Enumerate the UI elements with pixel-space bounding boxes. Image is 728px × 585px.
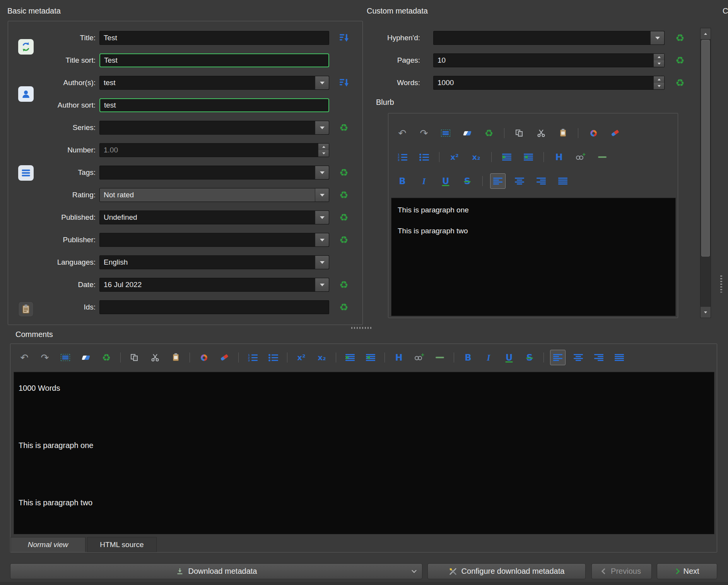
manage-authors-button[interactable] xyxy=(18,86,34,102)
pages-spinner[interactable]: 10 xyxy=(433,53,665,67)
hyphend-combo[interactable] xyxy=(433,31,665,45)
copy-icon[interactable] xyxy=(512,125,527,141)
horizontal-rule-icon[interactable] xyxy=(432,350,448,365)
italic-icon[interactable]: I xyxy=(481,350,496,365)
eraser-icon[interactable] xyxy=(460,125,475,141)
cut-icon[interactable] xyxy=(147,350,163,365)
scrollbar-track[interactable] xyxy=(701,39,711,307)
ordered-list-icon[interactable]: 123 xyxy=(395,149,410,165)
spin-down-icon[interactable] xyxy=(654,83,664,89)
ordered-list-icon[interactable]: 123 xyxy=(245,350,260,365)
authors-combo[interactable]: test xyxy=(99,76,329,90)
heading-icon[interactable]: H xyxy=(551,149,567,165)
chevron-down-icon[interactable] xyxy=(315,278,329,291)
undo-icon[interactable]: ↶ xyxy=(395,125,410,141)
copy-icon[interactable] xyxy=(127,350,142,365)
clear-series-button[interactable]: ♻ xyxy=(337,120,351,135)
clear-hyphend-button[interactable]: ♻ xyxy=(673,31,687,45)
align-center-icon[interactable] xyxy=(571,350,586,365)
chevron-down-icon[interactable] xyxy=(650,31,664,44)
subscript-icon[interactable]: x₂ xyxy=(468,149,484,165)
configure-download-metadata-button[interactable]: Configure download metadata xyxy=(427,563,586,579)
spin-up-icon[interactable] xyxy=(654,54,664,60)
paste-icon[interactable] xyxy=(168,350,183,365)
chevron-down-icon[interactable] xyxy=(315,233,329,246)
spin-up-icon[interactable] xyxy=(654,76,664,83)
align-right-icon[interactable] xyxy=(533,173,549,189)
spin-down-icon[interactable] xyxy=(654,60,664,67)
tag-editor-button[interactable] xyxy=(18,165,34,181)
indent-icon[interactable] xyxy=(342,350,358,365)
align-left-icon[interactable] xyxy=(550,350,566,365)
chevron-down-icon[interactable] xyxy=(315,188,329,202)
auto-author-sort-button[interactable] xyxy=(337,75,351,90)
published-combo[interactable]: Undefined xyxy=(99,210,329,224)
redo-icon[interactable]: ↷ xyxy=(37,350,53,365)
paste-identifier-button[interactable] xyxy=(18,301,34,317)
clean-formatting-icon[interactable]: ♻ xyxy=(481,125,497,141)
vertical-splitter-handle[interactable] xyxy=(720,275,722,292)
comments-editor-area[interactable]: 1000 WordsThis is paragraph oneThis is p… xyxy=(14,372,714,534)
insert-link-icon[interactable]: + xyxy=(412,350,427,365)
clear-words-button[interactable]: ♻ xyxy=(673,75,687,90)
series-number-spinner[interactable]: 1.00 xyxy=(99,143,329,157)
format-brush-icon[interactable] xyxy=(607,125,623,141)
fill-color-icon[interactable] xyxy=(196,350,212,365)
languages-combo[interactable]: English xyxy=(99,255,329,269)
clear-published-button[interactable]: ♻ xyxy=(337,210,351,225)
previous-button[interactable]: Previous xyxy=(591,563,652,579)
chevron-down-icon[interactable] xyxy=(315,121,329,134)
align-right-icon[interactable] xyxy=(591,350,607,365)
scroll-up-icon[interactable] xyxy=(701,28,711,39)
chevron-down-icon[interactable] xyxy=(412,568,417,573)
eraser-icon[interactable] xyxy=(78,350,94,365)
series-combo[interactable] xyxy=(99,121,329,135)
italic-icon[interactable]: I xyxy=(416,173,432,189)
bullet-list-icon[interactable] xyxy=(265,350,281,365)
format-brush-icon[interactable] xyxy=(217,350,232,365)
next-button[interactable]: Next xyxy=(657,563,717,579)
superscript-icon[interactable]: x² xyxy=(294,350,309,365)
paste-icon[interactable] xyxy=(555,125,571,141)
tab-html-source[interactable]: HTML source xyxy=(87,537,157,552)
strikethrough-icon[interactable]: S xyxy=(522,350,537,365)
horizontal-splitter-handle[interactable] xyxy=(351,327,373,329)
heading-icon[interactable]: H xyxy=(391,350,407,365)
ids-input[interactable] xyxy=(99,300,329,314)
horizontal-rule-icon[interactable] xyxy=(595,149,610,165)
download-metadata-button[interactable]: Download metadata xyxy=(10,563,422,579)
chevron-down-icon[interactable] xyxy=(315,211,329,224)
title-input[interactable] xyxy=(99,31,329,45)
strikethrough-icon[interactable]: S xyxy=(460,173,475,189)
clear-ids-button[interactable]: ♻ xyxy=(337,300,351,315)
bold-icon[interactable]: B xyxy=(460,350,476,365)
underline-icon[interactable]: U xyxy=(501,350,517,365)
redo-icon[interactable]: ↷ xyxy=(416,125,432,141)
outdent-icon[interactable] xyxy=(521,149,536,165)
cut-icon[interactable] xyxy=(533,125,549,141)
subscript-icon[interactable]: x₂ xyxy=(314,350,330,365)
bullet-list-icon[interactable] xyxy=(416,149,432,165)
scroll-down-icon[interactable] xyxy=(701,307,711,318)
underline-icon[interactable]: U xyxy=(438,173,453,189)
chevron-down-icon[interactable] xyxy=(315,166,329,179)
title-sort-input[interactable] xyxy=(99,53,329,67)
clear-tags-button[interactable]: ♻ xyxy=(337,165,351,180)
outdent-icon[interactable] xyxy=(363,350,378,365)
align-justify-icon[interactable] xyxy=(612,350,627,365)
auto-title-sort-button[interactable] xyxy=(337,31,351,45)
tags-combo[interactable] xyxy=(99,166,329,180)
clear-date-button[interactable]: ♻ xyxy=(337,277,351,292)
clear-pages-button[interactable]: ♻ xyxy=(673,53,687,68)
date-combo[interactable]: 16 Jul 2022 xyxy=(99,278,329,292)
clean-formatting-icon[interactable]: ♻ xyxy=(99,350,114,365)
align-justify-icon[interactable] xyxy=(555,173,571,189)
scrollbar-thumb[interactable] xyxy=(701,40,710,257)
blurb-editor-area[interactable]: This is paragraph oneThis is paragraph t… xyxy=(391,198,676,316)
clear-publisher-button[interactable]: ♻ xyxy=(337,233,351,247)
chevron-down-icon[interactable] xyxy=(315,76,329,89)
undo-icon[interactable]: ↶ xyxy=(17,350,32,365)
align-center-icon[interactable] xyxy=(512,173,527,189)
select-all-icon[interactable] xyxy=(58,350,73,365)
insert-link-icon[interactable]: + xyxy=(573,149,588,165)
